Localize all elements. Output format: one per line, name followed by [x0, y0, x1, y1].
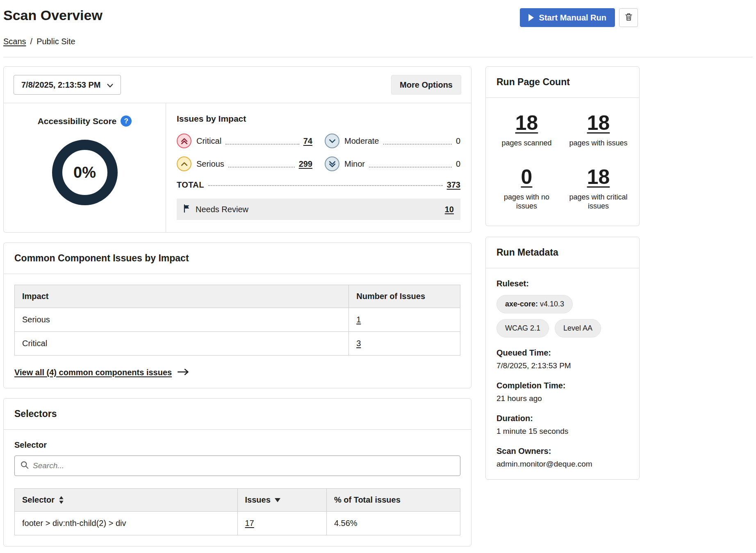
stat-label: pages scanned [501, 138, 551, 148]
issues-by-impact-title: Issues by Impact [177, 114, 460, 124]
run-page-count-title: Run Page Count [486, 67, 639, 98]
stat-pages-scanned: 18 pages scanned [491, 111, 562, 148]
count-link[interactable]: 3 [356, 339, 361, 348]
sort-both-icon [59, 496, 64, 504]
run-page-count-card: Run Page Count 18 pages scanned 18 pages… [485, 66, 640, 226]
breadcrumb-current: Public Site [36, 37, 75, 46]
total-row: TOTAL 373 [177, 180, 460, 190]
impact-label: Moderate [344, 136, 379, 146]
selector-field-label: Selector [14, 440, 460, 450]
trash-icon [625, 13, 632, 22]
page-count-stats: 18 pages scanned 18 pages with issues 0 … [486, 98, 639, 226]
breadcrumb-link-scans[interactable]: Scans [3, 37, 26, 46]
arrow-right-icon [178, 369, 189, 377]
ruleset-pill-level: Level AA [555, 319, 601, 338]
impact-cell: Critical [15, 332, 349, 356]
common-components-card: Common Component Issues by Impact Impact… [3, 243, 471, 388]
run-date-label: 7/8/2025, 2:13:53 PM [21, 80, 100, 90]
metadata-field-scan-owners: Scan Owners: admin.monitor@deque.com [496, 446, 628, 469]
run-date-selector[interactable]: 7/8/2025, 2:13:53 PM [14, 75, 121, 95]
metadata-field-value: admin.monitor@deque.com [496, 460, 628, 469]
stat-value[interactable]: 18 [587, 111, 610, 135]
needs-review-label: Needs Review [196, 205, 248, 214]
more-options-button[interactable]: More Options [391, 75, 461, 95]
start-manual-run-button[interactable]: Start Manual Run [520, 8, 615, 27]
minor-icon [325, 156, 339, 171]
percent-cell: 4.56% [326, 512, 460, 535]
stat-value[interactable]: 0 [521, 165, 533, 189]
metadata-field-value: 7/8/2025, 2:13:53 PM [496, 361, 628, 370]
dotted-leader [383, 144, 452, 145]
impact-label: Critical [196, 136, 221, 146]
metadata-field-queued-time: Queued Time: 7/8/2025, 2:13:53 PM [496, 348, 628, 370]
metadata-field-value: 1 minute 15 seconds [496, 427, 628, 436]
stat-pages-critical-issues: 18 pages with critical issues [562, 165, 634, 211]
impact-row-moderate: Moderate 0 [325, 134, 460, 148]
impact-column-header: Impact [15, 285, 349, 308]
ruleset-pills: axe-core: v4.10.3 WCAG 2.1 Level AA [496, 295, 628, 338]
impact-cell: Serious [15, 308, 349, 332]
search-icon [20, 461, 29, 471]
metadata-field-label: Scan Owners: [496, 446, 628, 456]
play-icon [528, 14, 534, 21]
stat-value[interactable]: 18 [587, 165, 610, 189]
start-manual-run-label: Start Manual Run [539, 13, 606, 23]
selector-search-input[interactable] [33, 461, 454, 470]
needs-review-value[interactable]: 10 [445, 205, 454, 214]
issues-by-impact-section: Issues by Impact Critical 74 [166, 103, 471, 232]
stat-pages-no-issues: 0 pages with no issues [491, 165, 562, 211]
dotted-leader [228, 167, 295, 168]
count-column-header: Number of Issues [349, 285, 460, 308]
breadcrumb: Scans / Public Site [3, 37, 753, 46]
breadcrumb-separator: / [30, 37, 33, 46]
impact-row-minor: Minor 0 [325, 156, 460, 171]
stat-label: pages with issues [569, 138, 627, 148]
ruleset-label: Ruleset: [496, 279, 628, 288]
table-row: Critical 3 [15, 332, 460, 356]
overview-body: Accessibility Score ? 0% Issues by Impac… [4, 103, 471, 232]
help-icon[interactable]: ? [121, 116, 132, 127]
sidebar: Run Page Count 18 pages scanned 18 pages… [485, 66, 640, 480]
page-divider [3, 57, 753, 57]
chevron-down-icon [107, 80, 113, 90]
total-label: TOTAL [177, 180, 204, 190]
impact-value-minor: 0 [456, 159, 460, 169]
topbar: Scan Overview Start Manual Run [3, 7, 753, 27]
impact-value-critical[interactable]: 74 [303, 136, 312, 146]
metadata-field-label: Completion Time: [496, 381, 628, 390]
run-toolbar: 7/8/2025, 2:13:53 PM More Options [4, 67, 471, 103]
page-title: Scan Overview [3, 7, 102, 23]
selectors-card: Selectors Selector [3, 398, 471, 546]
table-row: footer > div:nth-child(2) > div 17 4.56% [15, 512, 460, 535]
impact-value-serious[interactable]: 299 [299, 159, 312, 169]
run-metadata-title: Run Metadata [486, 237, 639, 268]
view-all-components-link[interactable]: View all (4) common components issues [14, 368, 172, 377]
selectors-table: Selector Issues [14, 488, 460, 535]
stat-label: pages with no issues [496, 193, 558, 211]
impact-row-serious: Serious 299 [177, 156, 312, 171]
stat-value[interactable]: 18 [515, 111, 538, 135]
serious-icon [177, 156, 191, 171]
dotted-leader [225, 144, 299, 145]
impact-grid: Critical 74 Moderate 0 [177, 134, 460, 171]
selector-column-header[interactable]: Selector [15, 489, 238, 512]
sort-descending-icon [275, 498, 280, 502]
run-metadata-card: Run Metadata Ruleset: axe-core: v4.10.3 … [485, 237, 640, 480]
issues-column-header[interactable]: Issues [237, 489, 326, 512]
metadata-field-value: 21 hours ago [496, 394, 628, 403]
metadata-field-label: Duration: [496, 414, 628, 423]
moderate-icon [325, 134, 339, 148]
total-value[interactable]: 373 [447, 180, 460, 190]
metadata-field-label: Queued Time: [496, 348, 628, 358]
issues-count-link[interactable]: 17 [245, 519, 254, 528]
count-link[interactable]: 1 [356, 315, 361, 324]
impact-row-critical: Critical 74 [177, 134, 312, 148]
delete-run-button[interactable] [619, 8, 638, 27]
ruleset-pill-axe-core: axe-core: v4.10.3 [496, 295, 573, 313]
needs-review-row: Needs Review 10 [177, 199, 460, 220]
selector-cell: footer > div:nth-child(2) > div [15, 512, 238, 535]
main-column: 7/8/2025, 2:13:53 PM More Options Access… [3, 66, 471, 546]
percent-column-header[interactable]: % of Total issues [326, 489, 460, 512]
score-donut: 0% [52, 140, 118, 205]
table-row: Serious 1 [15, 308, 460, 332]
